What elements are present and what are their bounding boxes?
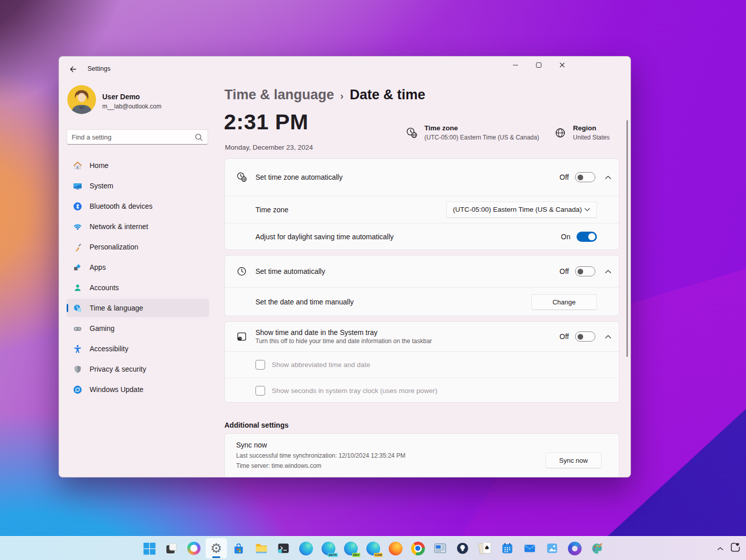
timezone-dropdown[interactable]: (UTC-05:00) Eastern Time (US & Canada)	[446, 202, 597, 218]
lightbulb-app-button[interactable]	[452, 538, 473, 558]
edge-icon	[299, 542, 313, 555]
copilot-button[interactable]	[183, 538, 205, 558]
mail-button[interactable]	[519, 538, 540, 558]
minimize-button[interactable]	[504, 57, 527, 73]
timezone-row: Time zone (UTC-05:00) Eastern Time (US &…	[225, 195, 619, 223]
folder-icon	[254, 542, 268, 555]
dst-label: Adjust for daylight saving time automati…	[255, 233, 394, 241]
tray-expand-chevron-icon[interactable]	[717, 544, 724, 553]
toggle-state-label: Off	[560, 173, 569, 181]
set-time-auto-toggle[interactable]	[575, 266, 595, 276]
abbreviated-time-checkbox[interactable]	[255, 360, 265, 370]
edge-button[interactable]	[295, 538, 317, 558]
maximize-button[interactable]	[527, 57, 551, 73]
solitaire-button[interactable]: ♠	[474, 538, 496, 558]
region-globe-icon	[554, 127, 566, 139]
sidebar-item-label: Apps	[90, 263, 106, 271]
file-explorer-button[interactable]	[250, 538, 272, 558]
calendar-icon	[501, 542, 514, 555]
sidebar-item-time-language[interactable]: Time & language	[67, 299, 209, 317]
back-button[interactable]	[65, 62, 80, 76]
sidebar-item-apps[interactable]: Apps	[67, 258, 209, 276]
collapse-chevron-icon[interactable]	[605, 334, 612, 339]
abbreviated-time-row: Show abbreviated time and date	[225, 351, 619, 378]
sidebar-item-network[interactable]: Network & internet	[67, 217, 209, 236]
store-button[interactable]	[228, 538, 249, 558]
home-icon	[73, 161, 82, 171]
calendar-clock-icon	[236, 331, 247, 342]
clock-globe-icon	[236, 172, 247, 183]
search-icon	[194, 133, 203, 142]
sidebar-item-label: Privacy & security	[90, 365, 146, 373]
back-arrow-icon	[68, 65, 77, 74]
sidebar-item-home[interactable]: Home	[67, 156, 209, 175]
sidebar-item-label: Home	[90, 161, 108, 170]
breadcrumb-separator: ›	[340, 90, 344, 101]
dst-toggle[interactable]	[577, 232, 597, 242]
sync-now-button[interactable]: Sync now	[546, 453, 601, 468]
system-tray-subtitle: Turn this off to hide your time and date…	[255, 338, 432, 345]
photos-button[interactable]	[541, 538, 563, 558]
microsoft-365-button[interactable]	[564, 538, 585, 558]
close-button[interactable]	[551, 57, 574, 73]
avatar[interactable]	[67, 85, 96, 114]
search-input[interactable]	[72, 133, 194, 141]
shield-icon	[73, 365, 82, 374]
system-tray-row[interactable]: Show time and date in the System tray Tu…	[225, 322, 619, 351]
sidebar-item-privacy[interactable]: Privacy & security	[67, 360, 209, 378]
collapse-chevron-icon[interactable]	[605, 175, 612, 180]
breadcrumb: Time & language›Date & time	[224, 87, 425, 103]
settings-taskbar-button[interactable]: ⚙	[206, 538, 227, 558]
edge-beta-button[interactable]: BETA	[318, 538, 339, 558]
taskbar: ⚙ BETA DEV CAN	[0, 536, 746, 560]
paint-button[interactable]	[586, 538, 608, 558]
network-icon	[73, 222, 82, 232]
current-time: 2:31 PM	[224, 109, 308, 134]
set-time-auto-row[interactable]: Set time automatically Off	[225, 256, 619, 287]
sidebar-item-gaming[interactable]: Gaming	[67, 319, 209, 338]
chrome-icon	[411, 542, 425, 555]
canary-badge: CAN	[374, 553, 383, 557]
scrollbar-thumb[interactable]	[626, 120, 628, 357]
timezone-dropdown-value: (UTC-05:00) Eastern Time (US & Canada)	[453, 206, 582, 213]
personalization-icon	[73, 242, 82, 252]
system-panel-icon	[434, 542, 447, 555]
seconds-clock-checkbox[interactable]	[255, 386, 265, 396]
sidebar-item-label: Accessibility	[90, 345, 128, 353]
chrome-button[interactable]	[407, 538, 428, 558]
change-button[interactable]: Change	[531, 294, 597, 310]
system-panel-button[interactable]	[429, 538, 451, 558]
search-box[interactable]	[67, 129, 208, 145]
task-view-button[interactable]	[161, 538, 182, 558]
dev-badge: DEV	[352, 553, 360, 557]
firefox-button[interactable]	[385, 538, 406, 558]
beta-badge: BETA	[328, 553, 338, 557]
calendar-button[interactable]	[497, 538, 518, 558]
manual-datetime-row: Set the date and time manually Change	[225, 287, 619, 316]
sidebar-item-system[interactable]: System	[67, 177, 209, 195]
windows-update-icon	[73, 385, 82, 395]
terminal-icon	[277, 542, 290, 555]
accounts-icon	[73, 283, 82, 293]
seconds-clock-label: Show seconds in system tray clock (uses …	[272, 387, 438, 395]
sidebar-item-accounts[interactable]: Accounts	[67, 278, 209, 297]
sidebar-item-windows-update[interactable]: Windows Update	[67, 380, 209, 399]
edge-canary-button[interactable]: CAN	[362, 538, 384, 558]
sidebar-item-bluetooth[interactable]: Bluetooth & devices	[67, 197, 209, 215]
terminal-button[interactable]	[273, 538, 294, 558]
seconds-clock-row: Show seconds in system tray clock (uses …	[225, 378, 619, 403]
timezone-label: Time zone	[255, 206, 289, 214]
sidebar-item-personalization[interactable]: Personalization	[67, 238, 209, 256]
spade-glyph: ♠	[484, 544, 490, 551]
set-timezone-auto-row[interactable]: Set time zone automatically Off	[225, 159, 619, 195]
start-button[interactable]	[138, 538, 160, 558]
collapse-chevron-icon[interactable]	[605, 269, 612, 274]
breadcrumb-parent[interactable]: Time & language	[224, 87, 334, 102]
toggle-state-label: Off	[560, 332, 569, 341]
close-icon	[559, 62, 565, 68]
set-timezone-auto-toggle[interactable]	[575, 172, 595, 182]
sidebar-item-accessibility[interactable]: Accessibility	[67, 340, 209, 358]
tray-notification-icon[interactable]	[730, 542, 741, 555]
system-tray-toggle[interactable]	[575, 331, 595, 342]
edge-dev-button[interactable]: DEV	[340, 538, 361, 558]
